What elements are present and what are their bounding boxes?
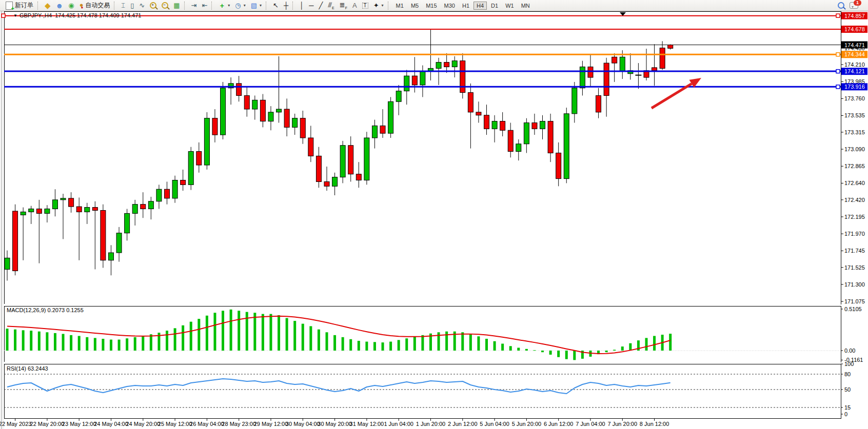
macd-histogram-bar bbox=[573, 351, 576, 360]
timeframe-button-H4[interactable]: H4 bbox=[474, 2, 487, 10]
crosshair-tool-button[interactable]: ┼ bbox=[281, 1, 291, 10]
fibonacci-tool-button[interactable]: ≣F bbox=[337, 1, 350, 10]
macd-histogram-bar bbox=[213, 313, 216, 351]
timeframe-button-M1[interactable]: M1 bbox=[393, 2, 407, 10]
hline-handle[interactable] bbox=[836, 70, 840, 73]
candle-bear bbox=[588, 67, 593, 77]
time-tick-label: 7 Jun 04:00 bbox=[576, 421, 605, 427]
new-order-label: 新订单 bbox=[15, 1, 33, 10]
time-tick-label: 7 Jun 20:00 bbox=[608, 421, 638, 427]
macd-tick-label: 0.00 bbox=[844, 348, 855, 354]
panel-splitter[interactable] bbox=[4, 362, 841, 364]
macd-histogram-bar bbox=[413, 337, 416, 351]
text-tool-button[interactable]: A bbox=[350, 1, 360, 10]
macd-histogram-bar bbox=[174, 328, 176, 351]
cursor-tool-button[interactable]: ↖ bbox=[270, 1, 281, 10]
hline-handle[interactable] bbox=[2, 14, 5, 17]
arrows-tool-button[interactable]: ✦▾ bbox=[371, 1, 386, 10]
hline-price-label: 174.678 bbox=[844, 26, 865, 32]
timeframe-button-M30[interactable]: M30 bbox=[441, 2, 458, 10]
macd-histogram-bar bbox=[494, 341, 496, 351]
notifications-button[interactable]: 1 bbox=[847, 1, 861, 10]
macd-histogram-bar bbox=[309, 326, 312, 351]
macd-histogram-bar bbox=[389, 342, 392, 351]
template-icon: ▧ bbox=[251, 2, 257, 9]
chart-shift-button[interactable]: ⇤ bbox=[199, 1, 210, 10]
macd-histogram-bar bbox=[182, 325, 184, 351]
macd-histogram-bar bbox=[238, 311, 240, 351]
text-label-tool-button[interactable]: T bbox=[360, 1, 371, 10]
time-tick-label: 8 Jun 12:00 bbox=[640, 421, 669, 427]
zoom-out-button[interactable]: − bbox=[159, 1, 171, 10]
price-tick-label: 172.865 bbox=[844, 163, 865, 169]
gold-gem-button[interactable]: ◆ bbox=[42, 1, 53, 10]
timeframe-button-M5[interactable]: M5 bbox=[408, 2, 422, 10]
timeframe-button-D1[interactable]: D1 bbox=[488, 2, 501, 10]
macd-histogram-bar bbox=[349, 339, 352, 351]
tile-windows-button[interactable]: ▦ bbox=[171, 1, 182, 10]
macd-histogram-bar bbox=[645, 338, 648, 351]
period-clock-button[interactable]: ◷▾ bbox=[232, 1, 248, 10]
vertical-line-tool-button[interactable]: │ bbox=[297, 1, 306, 10]
signals-button[interactable]: ◉ bbox=[66, 1, 76, 10]
candle-bull bbox=[85, 208, 90, 212]
tile-windows-icon: ▦ bbox=[173, 2, 180, 9]
candle-bear bbox=[652, 68, 657, 71]
timeframe-button-H1[interactable]: H1 bbox=[459, 2, 472, 10]
macd-histogram-bar bbox=[549, 351, 552, 355]
macd-histogram-bar bbox=[46, 332, 48, 351]
vertical-line-icon: │ bbox=[300, 2, 304, 9]
macd-histogram-bar bbox=[150, 334, 152, 351]
macd-histogram-bar bbox=[509, 346, 512, 351]
candle-bear bbox=[284, 109, 289, 127]
bar-chart-button[interactable]: ⌶ bbox=[119, 1, 128, 10]
candle-bear bbox=[612, 57, 617, 63]
timeframe-button-W1[interactable]: W1 bbox=[502, 2, 517, 10]
hline-handle[interactable] bbox=[836, 85, 840, 89]
macd-histogram-bar bbox=[533, 350, 536, 351]
trendline-tool-button[interactable]: ╱ bbox=[316, 1, 325, 10]
auto-trading-label: 自动交易 bbox=[85, 1, 110, 10]
chat-bubble-icon: 1 bbox=[850, 2, 858, 9]
time-tick-label: 25 May 12:00 bbox=[158, 421, 192, 427]
horizontal-line-tool-button[interactable]: ─ bbox=[306, 1, 316, 10]
panel-splitter[interactable] bbox=[4, 304, 841, 306]
new-order-button[interactable]: + 新订单 bbox=[3, 1, 36, 10]
macd-histogram-bar bbox=[621, 346, 624, 351]
time-tick-label: 6 Jun 12:00 bbox=[544, 421, 574, 427]
candle-bear bbox=[36, 209, 42, 214]
candle-bear bbox=[660, 48, 665, 69]
candle-bull bbox=[252, 100, 258, 109]
candlestick-chart-button[interactable]: ▯ bbox=[128, 1, 136, 10]
chart-canvas: 174.655174.430174.210173.985173.760173.5… bbox=[0, 0, 868, 429]
macd-signal-line bbox=[7, 316, 670, 354]
search-button[interactable] bbox=[835, 1, 847, 10]
timeframe-button-MN[interactable]: MN bbox=[518, 2, 533, 10]
zoom-in-button[interactable]: + bbox=[147, 1, 159, 10]
bid-price-label: 174.471 bbox=[844, 42, 865, 48]
rsi-tick-label: 80 bbox=[844, 371, 851, 377]
candle-bull bbox=[620, 57, 625, 71]
auto-trading-button[interactable]: ●● 自动交易 bbox=[77, 1, 113, 10]
expert-advisor-button[interactable]: ☻ bbox=[53, 1, 66, 10]
macd-histogram-bar bbox=[253, 313, 256, 351]
add-indicator-button[interactable]: ＋▾ bbox=[216, 1, 232, 10]
hline-handle[interactable] bbox=[836, 53, 840, 56]
hline-handle[interactable] bbox=[836, 14, 840, 17]
macd-histogram-bar bbox=[365, 342, 368, 351]
macd-histogram-bar bbox=[269, 314, 272, 351]
chevron-down-icon: ▾ bbox=[382, 3, 384, 8]
time-tick-label: 24 May 20:00 bbox=[126, 421, 160, 427]
timeframe-button-M15[interactable]: M15 bbox=[423, 2, 440, 10]
rsi-tick-label: 100 bbox=[844, 361, 854, 367]
mt4-terminal: { "toolbar": { "new_order_label": "新订单",… bbox=[0, 0, 868, 429]
candle-bull bbox=[364, 138, 369, 180]
template-button[interactable]: ▧▾ bbox=[248, 1, 264, 10]
line-chart-button[interactable]: ∿ bbox=[136, 1, 147, 10]
candle-bull bbox=[436, 63, 441, 69]
time-tick-label: 29 May 12:00 bbox=[254, 421, 288, 427]
auto-scroll-button[interactable]: ⇥ bbox=[189, 1, 200, 10]
macd-histogram-bar bbox=[62, 334, 65, 351]
candle-bull bbox=[340, 146, 345, 177]
channel-tool-button[interactable]: ⫻E bbox=[325, 1, 337, 10]
